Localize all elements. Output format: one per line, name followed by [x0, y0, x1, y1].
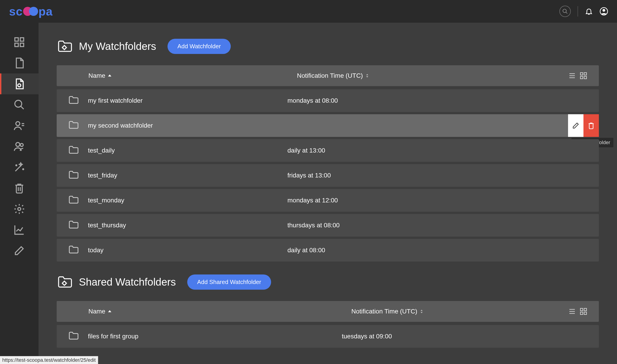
folder-icon — [68, 219, 78, 231]
svg-rect-28 — [584, 76, 587, 79]
svg-rect-35 — [580, 312, 583, 315]
svg-line-10 — [21, 106, 24, 109]
svg-rect-6 — [15, 43, 18, 46]
sidebar-item-watchfolders[interactable] — [0, 73, 39, 94]
row-time: daily at 08:00 — [287, 247, 599, 254]
svg-point-0 — [563, 9, 566, 13]
row-name: test_daily — [88, 147, 287, 154]
sidebar-item-magic[interactable] — [0, 157, 39, 178]
svg-rect-34 — [584, 309, 587, 311]
folder-icon — [68, 145, 78, 157]
sidebar-item-search[interactable] — [0, 94, 39, 115]
svg-rect-5 — [20, 38, 24, 41]
grid-view-icon[interactable] — [579, 72, 588, 80]
bell-icon — [585, 7, 593, 15]
folder-icon — [68, 169, 78, 182]
row-time: thursdays at 08:00 — [287, 222, 599, 229]
row-name: my first watchfolder — [88, 97, 287, 104]
sidebar-item-analytics[interactable] — [0, 219, 39, 240]
table-row[interactable]: test_daily daily at 13:00 — [57, 139, 599, 162]
sidebar-item-groups[interactable] — [0, 136, 39, 157]
row-name: test_friday — [88, 172, 287, 179]
svg-point-17 — [23, 169, 24, 170]
svg-line-1 — [566, 12, 567, 13]
grid-icon — [13, 36, 25, 48]
row-time: tuesdays at 09:00 — [342, 333, 599, 340]
svg-rect-25 — [580, 73, 583, 75]
table-row[interactable]: test_monday mondays at 12:00 — [57, 189, 599, 212]
sidebar-item-edit[interactable] — [0, 240, 39, 261]
column-time[interactable]: Notification Time (UTC) — [297, 72, 568, 79]
row-name: test_thursday — [88, 222, 287, 229]
table-row[interactable]: files for first group tuesdays at 09:00 — [57, 325, 599, 348]
folder-icon — [68, 244, 78, 256]
svg-point-3 — [603, 9, 605, 12]
table-row[interactable]: test_friday fridays at 13:00 — [57, 164, 599, 187]
folder-icon — [68, 330, 78, 342]
view-toggle — [568, 307, 588, 315]
add-shared-watchfolder-button[interactable]: Add Shared Watchfolder — [187, 274, 271, 290]
delete-button[interactable] — [583, 114, 599, 137]
topbar-actions — [559, 6, 608, 17]
edit-button[interactable] — [568, 114, 583, 137]
sidebar-item-settings[interactable] — [0, 198, 39, 219]
gear-icon — [13, 203, 25, 215]
view-toggle — [568, 72, 588, 80]
svg-point-15 — [20, 143, 23, 146]
search-button[interactable] — [559, 6, 571, 17]
table-row[interactable]: test_thursday thursdays at 08:00 — [57, 214, 599, 237]
table-row[interactable]: my first watchfolder mondays at 08:00 — [57, 89, 599, 112]
sidebar-item-trash[interactable] — [0, 178, 39, 198]
user-menu-button[interactable] — [600, 7, 608, 15]
sidebar-item-user[interactable] — [0, 115, 39, 136]
svg-rect-26 — [584, 73, 587, 75]
svg-point-14 — [16, 143, 20, 146]
column-name[interactable]: Name — [88, 72, 297, 79]
svg-point-21 — [63, 46, 66, 49]
list-view-icon[interactable] — [568, 72, 576, 80]
svg-point-16 — [16, 165, 17, 166]
notifications-button[interactable] — [585, 7, 593, 15]
logo[interactable]: sc pa — [9, 4, 53, 18]
file-icon — [13, 57, 25, 69]
column-time[interactable]: Notification Time (UTC) — [351, 308, 568, 315]
folder-icon — [68, 95, 78, 107]
svg-point-9 — [15, 100, 22, 107]
search-icon — [13, 99, 25, 111]
trash-icon — [587, 122, 595, 130]
svg-rect-4 — [15, 38, 18, 41]
sort-icon — [365, 74, 369, 78]
status-bar: https://test-scoopa.test/watchfolder/25/… — [0, 356, 98, 364]
sort-icon — [420, 309, 424, 313]
sidebar-item-dashboard[interactable] — [0, 32, 39, 52]
column-time-label: Notification Time (UTC) — [297, 72, 363, 79]
row-name: today — [88, 247, 287, 254]
table-header-shared: Name Notification Time (UTC) — [57, 301, 599, 322]
column-name[interactable]: Name — [88, 308, 351, 315]
search-icon — [562, 8, 568, 14]
logo-text-sc: sc — [9, 4, 23, 18]
row-time: fridays at 13:00 — [287, 172, 599, 179]
list-view-icon[interactable] — [568, 307, 576, 315]
pencil-icon — [572, 122, 579, 130]
add-watchfolder-button[interactable]: Add Watchfolder — [167, 39, 231, 54]
svg-rect-36 — [584, 312, 587, 315]
edit-icon — [13, 245, 25, 257]
folder-icon — [68, 120, 78, 132]
row-name: files for first group — [88, 333, 342, 340]
grid-view-icon[interactable] — [579, 307, 588, 315]
user-icon — [600, 7, 608, 15]
file-gear-icon — [13, 78, 25, 90]
section-title-my: My Watchfolders — [79, 40, 156, 52]
row-name: my second watchfolder — [88, 122, 287, 129]
section-header-my: My Watchfolders Add Watchfolder — [57, 39, 599, 54]
section-header-shared: Shared Watchfolders Add Shared Watchfold… — [57, 274, 599, 290]
folder-gear-icon — [57, 274, 72, 290]
chart-icon — [13, 224, 25, 236]
table-row[interactable]: today daily at 08:00 — [57, 239, 599, 261]
user-list-icon — [13, 120, 25, 131]
logo-circles-icon — [23, 7, 38, 16]
table-row[interactable]: my second watchfolder Edit watchfolder — [57, 114, 599, 137]
row-name: test_monday — [88, 197, 287, 204]
sidebar-item-files[interactable] — [0, 52, 39, 73]
